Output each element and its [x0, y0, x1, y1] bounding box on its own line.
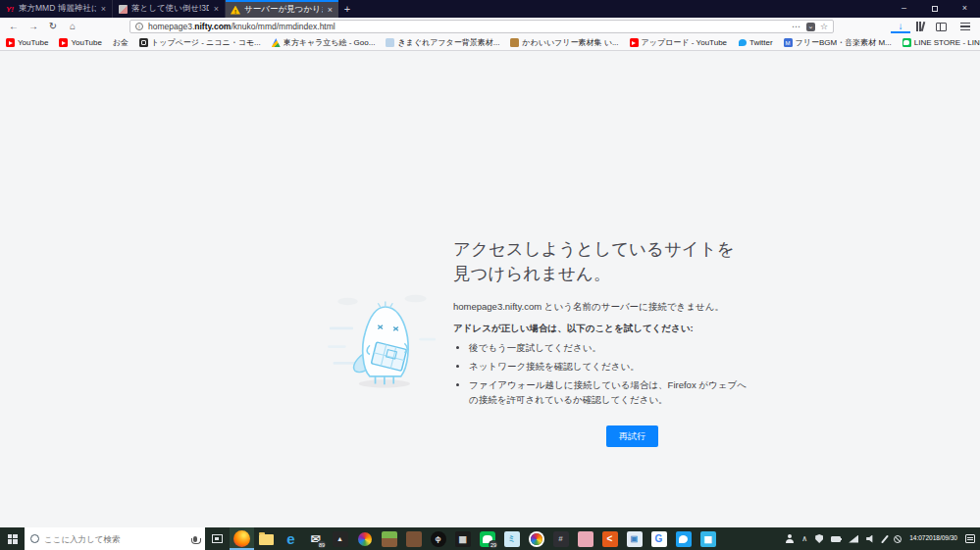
notification-badge: 89 — [317, 540, 327, 549]
tab-3dcg-model[interactable]: 落として使い倒せ!3DCGモデル × — [113, 0, 226, 18]
menu-hamburger-icon[interactable] — [953, 23, 976, 31]
tab-server-not-found[interactable]: ! サーバーが見つかりませんでした × — [226, 0, 338, 18]
bookmark-item[interactable]: MフリーBGM・音楽素材 M... — [784, 37, 892, 48]
page-thumbnail-icon — [118, 4, 128, 14]
close-tab-icon[interactable]: × — [327, 5, 334, 15]
close-tab-icon[interactable]: × — [213, 4, 220, 14]
error-suggestion: ファイアウォール越しに接続している場合は、Firefox がウェブへの接続を許可… — [469, 378, 749, 407]
tab-title: 落として使い倒せ!3DCGモデル — [131, 3, 209, 15]
taskbar-search-box[interactable] — [25, 527, 205, 550]
bookmark-label: フリーBGM・音楽素材 M... — [796, 37, 892, 48]
bookmark-item[interactable]: トップページ - ニコニ・コモ... — [139, 37, 261, 48]
back-button[interactable]: ← — [4, 18, 24, 35]
taskbar-app-image-tool-app[interactable]: ▣ — [622, 527, 646, 550]
taskbar-app-minecraft-dirt[interactable] — [401, 527, 426, 550]
tab-touhou-mmd[interactable]: Y! 東方MMD 博麗神社について東方 × — [0, 0, 113, 18]
bookmark-item[interactable]: Twitter — [738, 38, 773, 47]
error-title: アクセスしようとしているサイトを 見つけられません。 — [453, 237, 749, 287]
network-signal-icon[interactable] — [849, 535, 858, 543]
url-text[interactable]: homepage3.nifty.com/knuko/mmd/mmdindex.h… — [148, 22, 787, 31]
search-input[interactable] — [44, 534, 188, 544]
video-app-icon: ▦ — [455, 531, 471, 547]
twitter-icon — [676, 531, 692, 547]
bookmark-label: YouTube — [71, 38, 101, 47]
tray-people-icon[interactable] — [786, 534, 794, 543]
orange-arrow-app-icon: < — [602, 531, 618, 547]
bookmark-item[interactable]: YouTube — [6, 38, 48, 47]
taskbar-clock[interactable]: 14:07 2018/09/30 — [909, 534, 957, 543]
bookmark-item[interactable]: かわいいフリー素材集 い... — [510, 37, 618, 48]
retry-button[interactable]: 再試行 — [606, 425, 658, 447]
forward-button[interactable]: → — [24, 18, 43, 35]
taskbar-app-firefox[interactable] — [230, 527, 254, 550]
taskbar-app-minecraft-grass[interactable] — [377, 527, 401, 550]
sidebar-icon[interactable] — [936, 23, 947, 31]
start-button[interactable] — [0, 527, 25, 550]
taskbar-app-paint-app[interactable] — [352, 527, 377, 550]
close-button[interactable]: × — [950, 0, 980, 18]
bookmark-label: LINE STORE - LINEのス... — [914, 37, 980, 48]
system-tray: ∧ 14:07 2018/09/30 — [786, 527, 980, 550]
edge-icon: e — [284, 531, 299, 547]
taskbar-app-anime-app[interactable] — [573, 527, 597, 550]
minecraft-dirt-icon — [406, 531, 422, 547]
taskbar-app-cyan-app[interactable]: ▦ — [696, 527, 720, 550]
bookmark-item[interactable]: きまぐれアフター背景素材... — [386, 37, 499, 48]
site-info-icon[interactable]: i — [135, 23, 143, 30]
navigation-toolbar: ← → ↻ ⌂ i homepage3.nifty.com/knuko/mmd/… — [0, 18, 980, 35]
action-center-button[interactable] — [965, 534, 975, 543]
google-drive-icon — [272, 38, 281, 47]
new-tab-button[interactable]: + — [338, 0, 356, 18]
restore-button[interactable] — [919, 0, 950, 18]
bookmark-item[interactable]: お金 — [113, 37, 129, 48]
bookmark-item[interactable]: 東方キャラ立ち絵 - Goo... — [272, 37, 376, 48]
browser-tab-bar: Y! 東方MMD 博麗神社について東方 × 落として使い倒せ!3DCGモデル ×… — [0, 0, 980, 18]
taskbar-app-line[interactable]: 29 — [475, 527, 499, 550]
taskbar-app-firealpaca[interactable] — [524, 527, 548, 550]
taskbar-app-photos[interactable]: ▲ — [328, 527, 352, 550]
taskbar-app-mail[interactable]: ✉89 — [303, 527, 328, 550]
home-button[interactable]: ⌂ — [63, 18, 82, 35]
page-actions-icon[interactable]: ⋯ — [792, 22, 801, 31]
yahoo-icon: Y! — [5, 4, 15, 14]
minecraft-grass-icon — [382, 531, 397, 547]
downloads-icon[interactable]: ↓ — [891, 21, 910, 33]
library-icon[interactable] — [910, 22, 930, 31]
bookmark-label: かわいいフリー素材集 い... — [522, 37, 618, 48]
pocket-icon[interactable]: ⌄ — [806, 23, 815, 31]
file-explorer-icon — [259, 534, 274, 545]
cortana-icon — [30, 534, 39, 543]
url-bar[interactable]: i homepage3.nifty.com/knuko/mmd/mmdindex… — [129, 20, 834, 33]
youtube-icon — [6, 38, 15, 47]
taskbar-app-robot-app[interactable]: # — [548, 527, 573, 550]
robot-app-icon: # — [553, 531, 569, 547]
bookmark-item[interactable]: LINE STORE - LINEのス... — [903, 37, 980, 48]
defender-shield-icon[interactable] — [815, 534, 823, 543]
taskbar-app-miku-app[interactable]: ミ — [499, 527, 524, 550]
microphone-icon[interactable] — [193, 536, 197, 542]
battery-icon[interactable] — [831, 536, 841, 542]
notification-badge: 29 — [489, 540, 498, 549]
taskbar-app-edge[interactable]: e — [279, 527, 303, 550]
task-view-button[interactable] — [205, 527, 230, 550]
close-tab-icon[interactable]: × — [100, 4, 107, 14]
taskbar-app-file-explorer[interactable] — [254, 527, 279, 550]
taskbar-app-twitter[interactable] — [671, 527, 696, 550]
error-container: アクセスしようとしているサイトを 見つけられません。 homepage3.nif… — [328, 237, 749, 447]
taskbar-app-orange-arrow-app[interactable]: < — [597, 527, 622, 550]
taskbar-app-video-app[interactable]: ▦ — [450, 527, 475, 550]
reload-button[interactable]: ↻ — [43, 18, 63, 35]
miku-app-icon: ミ — [504, 531, 520, 547]
pen-icon[interactable] — [884, 534, 886, 544]
volume-icon[interactable] — [866, 535, 876, 543]
taskbar-app-media-circle-app[interactable]: ϕ — [426, 527, 450, 550]
bookmark-item[interactable]: YouTube — [59, 38, 101, 47]
minimize-button[interactable]: – — [889, 0, 919, 18]
youtube-icon — [59, 38, 68, 47]
bookmark-star-icon[interactable]: ☆ — [820, 22, 828, 31]
taskbar-app-google[interactable]: G — [646, 527, 671, 550]
bookmark-item[interactable]: アップロード - YouTube — [630, 37, 727, 48]
sync-status-icon[interactable] — [894, 535, 902, 543]
windows-taskbar: e✉89▲ϕ▦29ミ#<▣G▦ ∧ 14:07 2018/09/30 — [0, 527, 980, 550]
hidden-icons-chevron-icon[interactable]: ∧ — [801, 534, 807, 543]
